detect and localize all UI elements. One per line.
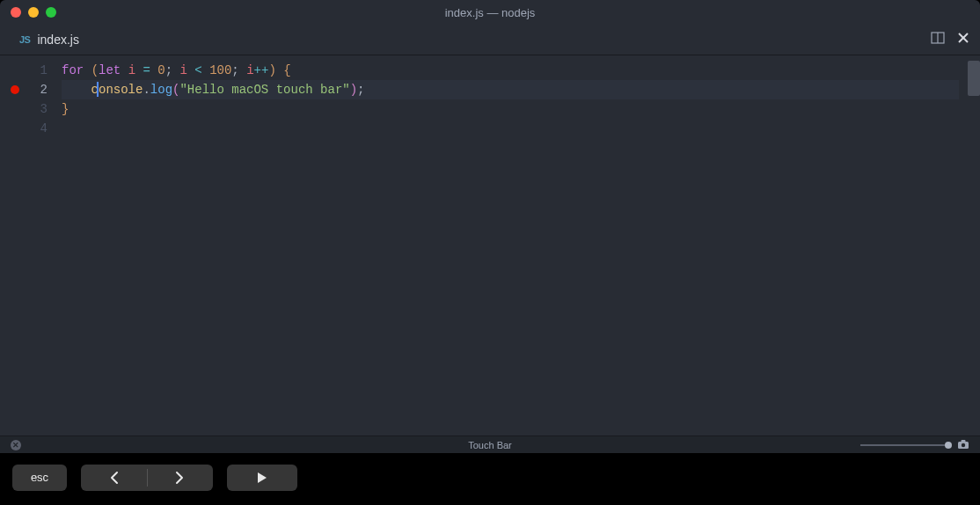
text-cursor [97, 82, 99, 97]
touchbar: esc [0, 453, 980, 501]
slider-track[interactable] [860, 444, 948, 446]
window-title: index.js — nodejs [445, 6, 536, 19]
tab-actions [931, 31, 969, 48]
touchbar-header: ✕ Touch Bar [0, 435, 980, 453]
line-number: 2 [40, 80, 48, 99]
code-line-1[interactable]: for (let i = 0; i < 100; i++) { [62, 61, 980, 80]
code-editor[interactable]: 1 2 3 4 for (let i = 0; i < 100; i++) { … [0, 55, 980, 435]
breakpoint-icon[interactable] [11, 85, 19, 94]
touchbar-play-button[interactable] [227, 465, 297, 491]
code-area[interactable]: for (let i = 0; i < 100; i++) { console.… [62, 55, 980, 435]
titlebar[interactable]: index.js — nodejs [0, 0, 980, 25]
gutter[interactable]: 1 2 3 4 [0, 55, 62, 435]
close-touchbar-icon[interactable]: ✕ [11, 440, 21, 450]
line-number: 1 [40, 61, 48, 80]
touchbar-label: Touch Bar [468, 440, 512, 450]
minimize-window-icon[interactable] [28, 7, 39, 18]
close-tab-icon[interactable] [957, 32, 969, 48]
code-line-4[interactable] [62, 119, 980, 138]
tab-bar: JS index.js [0, 25, 980, 55]
svg-rect-5 [962, 440, 966, 443]
line-number: 3 [40, 99, 48, 119]
code-line-2[interactable]: console.log("Hello macOS touch bar"); [62, 80, 959, 99]
scrollbar-thumb[interactable] [968, 61, 980, 96]
touchbar-slider[interactable] [860, 439, 969, 451]
maximize-window-icon[interactable] [46, 7, 56, 18]
camera-icon[interactable] [957, 439, 969, 451]
tab-index-js[interactable]: JS index.js [11, 27, 88, 52]
tab-filename: index.js [37, 33, 78, 47]
slider-thumb[interactable] [945, 442, 952, 449]
line-number: 4 [40, 119, 48, 138]
editor-window: index.js — nodejs JS index.js 1 2 3 [0, 0, 980, 435]
close-window-icon[interactable] [11, 7, 21, 18]
split-editor-icon[interactable] [931, 31, 945, 48]
touchbar-esc-button[interactable]: esc [12, 465, 67, 491]
code-line-3[interactable]: } [62, 99, 980, 119]
touchbar-back-button[interactable] [81, 471, 147, 485]
touchbar-nav-group [81, 465, 213, 491]
traffic-lights [11, 7, 56, 18]
javascript-file-icon: JS [19, 34, 30, 45]
svg-point-6 [962, 443, 965, 446]
touchbar-forward-button[interactable] [148, 471, 214, 485]
